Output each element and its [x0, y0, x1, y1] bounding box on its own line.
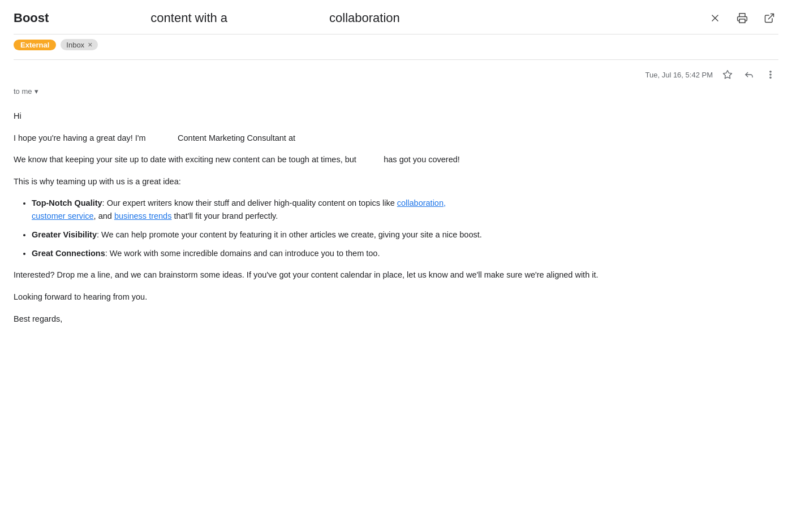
- print-icon: [737, 12, 748, 24]
- closing1: Looking forward to hearing from you.: [14, 290, 778, 304]
- star-icon: [722, 70, 733, 80]
- benefit-visibility-text: : We can help promote your content by fe…: [97, 230, 482, 239]
- email-body: Hi I hope you're having a great day! I'm…: [14, 105, 778, 347]
- body-line1: We know that keeping your site up to dat…: [14, 153, 778, 167]
- inbox-label: Inbox: [66, 41, 84, 49]
- line1-start: We know that keeping your site up to dat…: [14, 155, 356, 164]
- svg-point-5: [770, 71, 771, 72]
- intro-text: I hope you're having a great day! I'm: [14, 133, 146, 142]
- svg-rect-2: [739, 19, 745, 23]
- intro-paragraph: I hope you're having a great day! I'm Co…: [14, 131, 778, 145]
- benefit-quality-text: : Our expert writers know their stuff an…: [102, 198, 395, 207]
- external-tag: External: [14, 40, 56, 50]
- reply-button[interactable]: [741, 67, 757, 83]
- line1-end: has got you covered!: [384, 155, 460, 164]
- greeting: Hi: [14, 109, 778, 123]
- benefit-visibility: Greater Visibility: We can help promote …: [32, 228, 778, 241]
- svg-point-6: [770, 74, 771, 75]
- benefit-connections: Great Connections: We work with some inc…: [32, 247, 778, 260]
- close-button[interactable]: [706, 9, 724, 27]
- benefit-connections-text: : We work with some incredible domains a…: [105, 249, 380, 258]
- teaming-text: This is why teaming up with us is a grea…: [14, 175, 778, 189]
- more-options-button[interactable]: [763, 67, 778, 83]
- tags-row: External Inbox ×: [14, 34, 778, 57]
- svg-marker-4: [724, 71, 732, 79]
- inbox-tag-close[interactable]: ×: [88, 40, 92, 49]
- header-separator: [14, 59, 778, 60]
- benefit-visibility-bold: Greater Visibility: [32, 230, 97, 239]
- benefits-list: Top-Notch Quality: Our expert writers kn…: [32, 197, 778, 261]
- email-date: Tue, Jul 16, 5:42 PM: [645, 71, 713, 79]
- svg-line-3: [768, 14, 773, 19]
- star-button[interactable]: [720, 67, 735, 83]
- more-options-icon: [765, 70, 776, 80]
- title-collab: collaboration: [329, 11, 400, 25]
- closing2: Best regards,: [14, 312, 778, 326]
- meta-actions: [720, 67, 778, 83]
- benefit-quality-bold: Top-Notch Quality: [32, 198, 102, 207]
- cta-paragraph: Interested? Drop me a line, and we can b…: [14, 268, 778, 282]
- link-customer-service[interactable]: customer service: [32, 211, 94, 220]
- open-new-window-icon: [764, 12, 775, 24]
- link-business-trends[interactable]: business trends: [114, 211, 172, 220]
- email-title: Boost content with a collaboration: [14, 11, 706, 25]
- open-new-window-button[interactable]: [760, 9, 778, 27]
- header-actions: [706, 9, 778, 27]
- inbox-tag: Inbox ×: [61, 39, 98, 50]
- benefit-quality-middle: , and: [94, 211, 112, 220]
- svg-point-7: [770, 77, 771, 78]
- email-meta: Tue, Jul 16, 5:42 PM: [14, 62, 778, 84]
- close-icon: [709, 12, 721, 24]
- intro-role: Content Marketing Consultant at: [178, 133, 295, 142]
- email-header: Boost content with a collaboration: [14, 0, 778, 34]
- link-collaboration[interactable]: collaboration,: [397, 198, 446, 207]
- benefit-quality-end: that'll fit your brand perfectly.: [174, 211, 278, 220]
- recipient-row: to me ▾: [14, 84, 778, 105]
- recipient-expand[interactable]: ▾: [35, 87, 38, 96]
- benefit-connections-bold: Great Connections: [32, 249, 105, 258]
- print-button[interactable]: [733, 9, 751, 27]
- title-middle: content with a: [150, 11, 227, 25]
- reply-icon: [744, 70, 754, 80]
- benefit-quality: Top-Notch Quality: Our expert writers kn…: [32, 197, 778, 223]
- title-boost: Boost: [14, 11, 49, 25]
- recipient-label: to me: [14, 87, 32, 96]
